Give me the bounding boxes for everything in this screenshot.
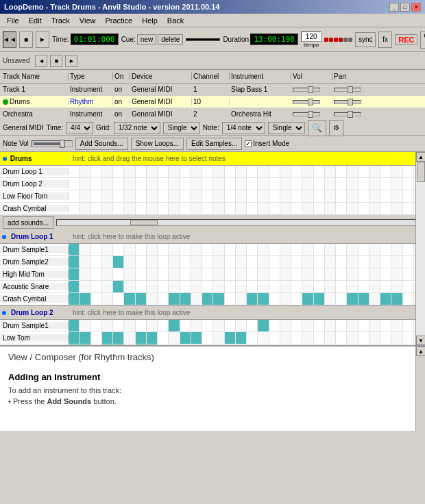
drum-loop-2-header[interactable]: Drum Loop 2 hint: click here to make thi…: [0, 306, 425, 320]
drum-cell[interactable]: [347, 256, 358, 268]
drum-cell[interactable]: [291, 190, 302, 202]
drum-cell[interactable]: [225, 178, 236, 190]
pan-slider-3[interactable]: [334, 112, 361, 116]
drum-cell[interactable]: [102, 190, 113, 202]
drum-cell[interactable]: [291, 320, 302, 331]
drum-cell[interactable]: [336, 203, 347, 214]
fx-button[interactable]: fx: [378, 32, 392, 48]
nav-next-button[interactable]: ►: [65, 55, 77, 67]
drum-cell[interactable]: [347, 178, 358, 190]
drum-cell[interactable]: [191, 332, 202, 344]
drum-cell[interactable]: [269, 166, 280, 177]
drum-cell[interactable]: [113, 166, 124, 177]
vol-slider-2[interactable]: [293, 100, 320, 104]
drum-cell[interactable]: [69, 293, 80, 305]
drum-cell[interactable]: [191, 190, 202, 202]
rec-button[interactable]: REC: [395, 34, 417, 45]
drum-cell[interactable]: [336, 293, 347, 305]
drum-cell[interactable]: [180, 190, 191, 202]
drum-cell[interactable]: [213, 332, 224, 344]
window-controls[interactable]: _ □ ✕: [389, 3, 421, 12]
drum-cell[interactable]: [291, 332, 302, 344]
drum-cell[interactable]: [247, 268, 258, 280]
play-button[interactable]: ►: [36, 32, 49, 48]
drum-cell[interactable]: [136, 190, 147, 202]
drum-cell[interactable]: [147, 320, 158, 331]
menu-edit[interactable]: Edit: [25, 16, 46, 25]
list-item[interactable]: Crash Cymbal: [0, 293, 425, 305]
drum-cell[interactable]: [124, 293, 135, 305]
drum-cell[interactable]: [314, 203, 325, 214]
drum-cell[interactable]: [236, 332, 247, 344]
drum-cell[interactable]: [359, 178, 369, 190]
drum-cell[interactable]: [269, 320, 280, 331]
drum-cell[interactable]: [213, 256, 224, 268]
drum-cell[interactable]: [147, 190, 158, 202]
stop-button[interactable]: ■: [19, 32, 33, 48]
drum-cell[interactable]: [325, 203, 336, 214]
drum-cell[interactable]: [180, 320, 191, 331]
table-row[interactable]: Orchestra Instrument on General MIDI 2 O…: [0, 108, 425, 121]
drum-cell[interactable]: [403, 244, 414, 255]
drum-cell[interactable]: [247, 244, 258, 255]
drum-cell[interactable]: [80, 203, 90, 214]
list-item[interactable]: Drum Sample2: [0, 256, 425, 268]
drum-cell[interactable]: [80, 268, 90, 280]
drum-cell[interactable]: [359, 244, 369, 255]
drum-cell[interactable]: [380, 320, 391, 331]
drum-cell[interactable]: [336, 244, 347, 255]
drum-cell[interactable]: [302, 244, 313, 255]
menu-practice[interactable]: Practice: [101, 16, 136, 25]
drum-cell[interactable]: [302, 332, 313, 344]
settings-button[interactable]: ⚙: [329, 120, 343, 136]
drum-cell[interactable]: [91, 268, 102, 280]
drum-cell[interactable]: [291, 256, 302, 268]
drum-cell[interactable]: [80, 166, 90, 177]
drum-cell[interactable]: [280, 203, 291, 214]
drum-cell[interactable]: [369, 203, 380, 214]
v-scrollbar[interactable]: ▲ ▼: [415, 152, 425, 345]
drum-cell[interactable]: [69, 256, 80, 268]
close-button[interactable]: ✕: [411, 3, 421, 12]
drum-cell[interactable]: [380, 203, 391, 214]
drum-grid[interactable]: [69, 293, 425, 305]
drum-cell[interactable]: [380, 281, 391, 292]
drum-cell[interactable]: [314, 268, 325, 280]
add-sounds-button[interactable]: Add Sounds...: [75, 138, 128, 150]
drum-cell[interactable]: [180, 293, 191, 305]
menu-file[interactable]: File: [3, 16, 23, 25]
drum-cell[interactable]: [302, 293, 313, 305]
drum-cell[interactable]: [403, 256, 414, 268]
drum-cell[interactable]: [191, 166, 202, 177]
drum-cell[interactable]: [336, 178, 347, 190]
drum-cell[interactable]: [247, 293, 258, 305]
drum-cell[interactable]: [380, 332, 391, 344]
drum-cell[interactable]: [213, 178, 224, 190]
drum-cell[interactable]: [380, 293, 391, 305]
drum-cell[interactable]: [325, 268, 336, 280]
drum-cell[interactable]: [280, 332, 291, 344]
drum-cell[interactable]: [258, 244, 269, 255]
drum-cell[interactable]: [380, 268, 391, 280]
drum-cell[interactable]: [359, 332, 369, 344]
drum-cell[interactable]: [325, 166, 336, 177]
drum-cell[interactable]: [336, 190, 347, 202]
drum-cell[interactable]: [69, 332, 80, 344]
drum-cell[interactable]: [80, 190, 90, 202]
drum-cell[interactable]: [113, 281, 124, 292]
list-item[interactable]: Drum Loop 2: [0, 178, 425, 190]
drum-cell[interactable]: [191, 244, 202, 255]
drum-cell[interactable]: [359, 203, 369, 214]
drum-cell[interactable]: [291, 166, 302, 177]
drum-cell[interactable]: [247, 281, 258, 292]
drum-cell[interactable]: [91, 166, 102, 177]
drum-cell[interactable]: [147, 268, 158, 280]
drum-cell[interactable]: [202, 256, 213, 268]
drum-cell[interactable]: [91, 190, 102, 202]
drum-grid[interactable]: [69, 203, 425, 214]
drum-cell[interactable]: [302, 256, 313, 268]
vol-slider-3[interactable]: [293, 112, 320, 116]
drum-cell[interactable]: [147, 332, 158, 344]
drum-grid[interactable]: [69, 166, 425, 177]
drum-cell[interactable]: [314, 256, 325, 268]
